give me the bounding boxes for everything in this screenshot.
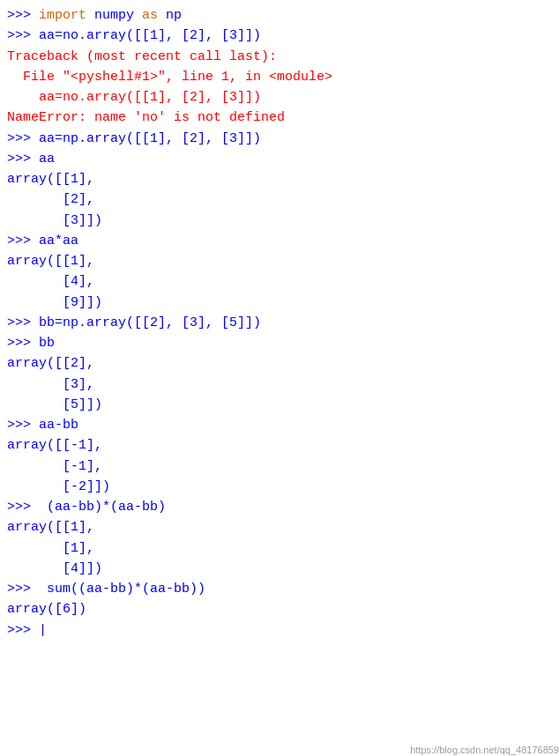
terminal-text: import xyxy=(39,8,86,23)
terminal-text: bb=np.array([[2], [3], [5]]) xyxy=(39,315,261,330)
terminal-line: [9]]) xyxy=(7,293,559,313)
terminal-text: [9]]) xyxy=(7,295,102,310)
terminal-text: aa*aa xyxy=(39,233,78,248)
terminal-line: Traceback (most recent call last): xyxy=(7,47,559,67)
terminal-line: array([[2], xyxy=(7,353,559,374)
terminal-line: >>> aa=np.array([[1], [2], [3]]) xyxy=(7,129,559,149)
terminal-line: [4], xyxy=(7,271,559,292)
terminal-line: array([[-1], xyxy=(7,435,559,456)
terminal-text: sum((aa-bb)*(aa-bb)) xyxy=(39,582,205,597)
terminal-text: array([[2], xyxy=(7,356,94,371)
terminal-text: aa=no.array([[1], [2], [3]]) xyxy=(39,28,261,43)
terminal-line: >>> | xyxy=(7,620,559,641)
terminal-text: >>> xyxy=(7,131,39,146)
terminal-text: >>> xyxy=(7,336,39,351)
terminal-line: >>> bb xyxy=(7,333,559,353)
terminal-text: aa xyxy=(39,152,55,167)
terminal-text: [1], xyxy=(7,541,94,556)
terminal-line: array([6]) xyxy=(7,599,559,619)
terminal-text: array([[1], xyxy=(7,254,94,269)
terminal-line: [3], xyxy=(7,374,559,395)
terminal-text: array([[1], xyxy=(7,172,94,187)
terminal-text: np xyxy=(158,8,182,23)
terminal-text: >>> xyxy=(7,152,39,167)
terminal-text: >>> xyxy=(7,8,39,23)
terminal-text: [3], xyxy=(7,377,94,392)
terminal-text: >>> xyxy=(7,582,39,597)
terminal-line: [4]]) xyxy=(7,559,559,579)
terminal-text: >>> xyxy=(7,233,39,248)
terminal-text: bb xyxy=(39,336,55,351)
terminal-text: (aa-bb)*(aa-bb) xyxy=(39,500,166,515)
terminal-text: as xyxy=(142,8,158,23)
terminal-text: array([[-1], xyxy=(7,438,102,453)
terminal-line: aa=no.array([[1], [2], [3]]) xyxy=(7,87,559,107)
terminal-line: array([[1], xyxy=(7,169,559,189)
terminal-text: [4]]) xyxy=(7,561,102,576)
terminal-text: [5]]) xyxy=(7,397,102,412)
terminal-text: aa=no.array([[1], [2], [3]]) xyxy=(7,90,261,105)
terminal-line: [-1], xyxy=(7,456,559,477)
terminal-line: array([[1], xyxy=(7,251,559,271)
terminal-line: >>> (aa-bb)*(aa-bb) xyxy=(7,497,559,517)
terminal-line: >>> bb=np.array([[2], [3], [5]]) xyxy=(7,313,559,333)
terminal-text: [4], xyxy=(7,274,94,289)
terminal-text: | xyxy=(39,623,47,638)
terminal-text: aa=np.array([[1], [2], [3]]) xyxy=(39,131,261,146)
terminal-text: [3]]) xyxy=(7,213,102,228)
terminal-text: NameError: name 'no' is not defined xyxy=(7,110,285,125)
terminal-text: >>> xyxy=(7,623,39,638)
terminal-line: [3]]) xyxy=(7,211,559,231)
terminal-text: >>> xyxy=(7,418,39,433)
terminal-text: aa-bb xyxy=(39,418,78,433)
terminal-line: array([[1], xyxy=(7,517,559,537)
terminal-line: [-2]]) xyxy=(7,477,559,497)
terminal-line: >>> import numpy as np xyxy=(7,5,559,26)
terminal-line: [2], xyxy=(7,189,559,210)
terminal-text: >>> xyxy=(7,28,39,43)
terminal-line: [5]]) xyxy=(7,395,559,415)
terminal-text: Traceback (most recent call last): xyxy=(7,49,277,64)
terminal-text: File "<pyshell#1>", line 1, in <module> xyxy=(7,70,332,85)
terminal-content: >>> import numpy as np>>> aa=no.array([[… xyxy=(7,5,559,641)
terminal-text: >>> xyxy=(7,500,39,515)
terminal-line: >>> aa xyxy=(7,149,559,169)
terminal-line: >>> aa*aa xyxy=(7,231,559,251)
terminal-line: File "<pyshell#1>", line 1, in <module> xyxy=(7,67,559,87)
terminal-text: [-1], xyxy=(7,459,102,474)
terminal-text: array([[1], xyxy=(7,520,94,535)
terminal-text: numpy xyxy=(86,8,142,23)
terminal-text: >>> xyxy=(7,315,39,330)
watermark: https://blog.csdn.net/qq_48176859 xyxy=(410,743,559,756)
terminal-line: [1], xyxy=(7,538,559,559)
terminal-text: array([6]) xyxy=(7,602,86,617)
terminal-line: >>> aa=no.array([[1], [2], [3]]) xyxy=(7,26,559,46)
terminal-text: [2], xyxy=(7,192,94,207)
terminal-line: >>> sum((aa-bb)*(aa-bb)) xyxy=(7,579,559,599)
terminal-text: [-2]]) xyxy=(7,479,110,494)
terminal-window: >>> import numpy as np>>> aa=no.array([[… xyxy=(7,5,559,756)
terminal-line: NameError: name 'no' is not defined xyxy=(7,107,559,128)
terminal-line: >>> aa-bb xyxy=(7,415,559,435)
